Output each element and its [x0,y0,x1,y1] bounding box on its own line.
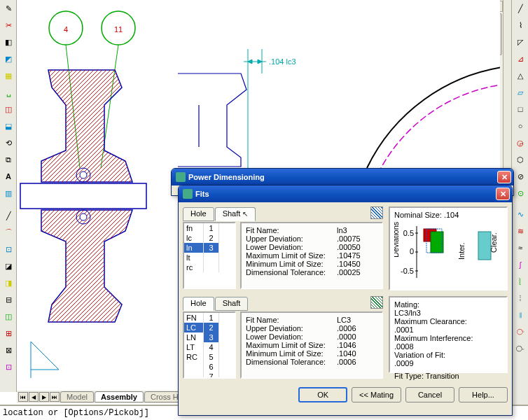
svg-rect-25 [431,232,443,253]
tab-nav-prev[interactable]: ◀ [29,392,39,402]
svg-text:0: 0 [410,247,414,255]
hole-fit-list[interactable]: FN1 LC2 LN3 LT4 RC5 6 7 [183,312,236,379]
tab-shaft-bottom[interactable]: Shaft [215,297,249,311]
rtool-6[interactable]: ▱ [513,85,528,100]
rtool-2[interactable]: ⌇ [513,18,528,33]
shaft-fit-list[interactable]: fn1 lc2 ln3 lt rc [183,222,236,289]
rtool-13[interactable]: ∿ [513,206,528,222]
fits-dialog: Fits ✕ Hole Shaft ↖ fn1 lc2 ln3 lt rc [178,185,513,416]
fits-title: Fits [195,190,209,198]
shaft-hatch-toggle[interactable] [370,206,383,219]
rtool-10[interactable]: ⬡ [513,152,528,167]
rtool-16[interactable]: ∫ [513,257,528,272]
tab-nav-first[interactable]: ⏮ [18,392,28,402]
fits-button-row: OK << Mating Cancel Help... [179,383,512,407]
tab-nav-next[interactable]: ▶ [39,392,49,402]
tool-btn-19[interactable]: ◫ [1,309,16,324]
tab-shaft-top[interactable]: Shaft ↖ [215,207,256,221]
line-tool-btn[interactable]: ╱ [1,208,16,223]
svg-text:0.5: 0.5 [403,229,414,237]
hole-tabset: Hole Shaft [183,296,383,310]
svg-point-10 [80,214,87,220]
tool-btn-12[interactable]: ▥ [1,186,16,201]
svg-text:4: 4 [64,25,68,34]
shaft-details: Fit Name:ln3 Upper Deviation:.00075 Lowe… [240,222,383,289]
cancel-button[interactable]: Cancel [405,387,454,402]
tab-hole-top[interactable]: Hole [183,207,214,221]
svg-text:.104 lc3: .104 lc3 [269,57,296,66]
rtool-15[interactable]: ≈ [513,240,528,255]
arc-tool-btn[interactable]: ⌒ [1,225,16,240]
svg-text:11: 11 [114,25,123,34]
rtool-20[interactable]: ⧂ [513,324,528,340]
text-tool-btn[interactable]: A [1,169,16,184]
rtool-17[interactable]: ⦚ [513,274,528,289]
mating-button[interactable]: << Mating [352,387,401,402]
hole-hatch-toggle[interactable] [370,296,383,309]
help-button[interactable]: Help... [459,387,508,402]
hole-details: Fit Name:LC3 Upper Deviation:.0006 Lower… [240,312,383,379]
rtool-21[interactable]: ⧃ [513,341,528,356]
rtool-5[interactable]: △ [513,68,528,83]
tool-btn-5[interactable]: ▦ [1,68,16,83]
tool-btn-9[interactable]: ⟲ [1,135,16,150]
svg-rect-6 [20,183,146,209]
tool-btn-2[interactable]: ✂ [1,18,16,33]
deviation-chart: Nominal Size: .104 Deviations (1/1000) 0… [389,206,508,290]
tool-btn-1[interactable]: ✎ [1,1,16,16]
rtool-1[interactable]: ╱ [513,1,528,16]
tool-btn-21[interactable]: ⊠ [1,342,16,358]
svg-point-9 [80,172,87,178]
pd-titlebar[interactable]: Power Dimensioning ✕ [172,169,513,186]
tool-btn-18[interactable]: ⊟ [1,292,16,307]
svg-text:Deviations (1/1000): Deviations (1/1000) [394,219,400,258]
tool-btn-10[interactable]: ⧉ [1,152,16,167]
svg-text:Clear.: Clear. [489,232,498,253]
fits-body: Hole Shaft ↖ fn1 lc2 ln3 lt rc Fit Name:… [179,202,512,383]
tool-btn-4[interactable]: ◩ [1,51,16,66]
pd-title: Power Dimensioning [188,173,265,181]
fits-icon [183,189,193,199]
tool-btn-20[interactable]: ⊞ [1,326,16,341]
tool-btn-22[interactable]: ⊡ [1,359,16,374]
svg-text:Inter.: Inter. [457,243,466,260]
tab-nav-last[interactable]: ⏭ [50,392,60,402]
rtool-14[interactable]: ≋ [513,223,528,239]
pd-close-button[interactable]: ✕ [497,171,511,183]
rtool-8[interactable]: ○ [513,118,528,134]
shaft-tabset: Hole Shaft ↖ [183,206,383,220]
rtool-4[interactable]: ⊿ [513,51,528,66]
tab-hole-bottom[interactable]: Hole [183,297,214,311]
pd-icon [176,172,186,182]
ok-button[interactable]: OK [298,387,347,402]
fits-titlebar[interactable]: Fits ✕ [179,186,512,202]
tool-btn-15[interactable]: ⊡ [1,241,16,257]
tab-assembly[interactable]: Assembly [95,391,144,402]
tool-btn-17[interactable]: ◨ [1,275,16,290]
mating-panel: Mating:LC3/ln3 Maximum Clearance:.0001 M… [389,296,508,373]
rtool-12[interactable]: ⊙ [513,186,528,201]
layout-tabs: ⏮ ◀ ▶ ⏭ Model Assembly Cross Head [17,391,200,403]
tool-btn-16[interactable]: ◪ [1,258,16,274]
right-toolbar: ╱ ⌇ ◸ ⊿ △ ▱ □ ○ ◶ ⬡ ⊘ ⊙ ∿ ≋ ≈ ∫ ⦚ ⦙ ⦀ ⧂ … [511,0,528,420]
nominal-size-label: Nominal Size: .104 [394,211,502,219]
rtool-3[interactable]: ◸ [513,34,528,50]
rtool-9[interactable]: ◶ [513,135,528,150]
tool-btn-8[interactable]: ⬓ [1,118,16,134]
tool-btn-7[interactable]: ◫ [1,102,16,117]
rtool-7[interactable]: □ [513,102,528,117]
tab-model[interactable]: Model [60,391,94,402]
tool-btn-6[interactable]: ␣ [1,85,16,100]
rtool-19[interactable]: ⦀ [513,307,528,323]
fits-close-button[interactable]: ✕ [496,188,510,200]
svg-text:-0.5: -0.5 [401,267,414,275]
rtool-11[interactable]: ⊘ [513,169,528,184]
left-toolbar: ✎ ✂ ◧ ◩ ▦ ␣ ◫ ⬓ ⟲ ⧉ A ▥ ╱ ⌒ ⊡ ◪ ◨ ⊟ ◫ ⊞ … [0,0,17,392]
rtool-18[interactable]: ⦙ [513,290,528,306]
tool-btn-3[interactable]: ◧ [1,34,16,50]
